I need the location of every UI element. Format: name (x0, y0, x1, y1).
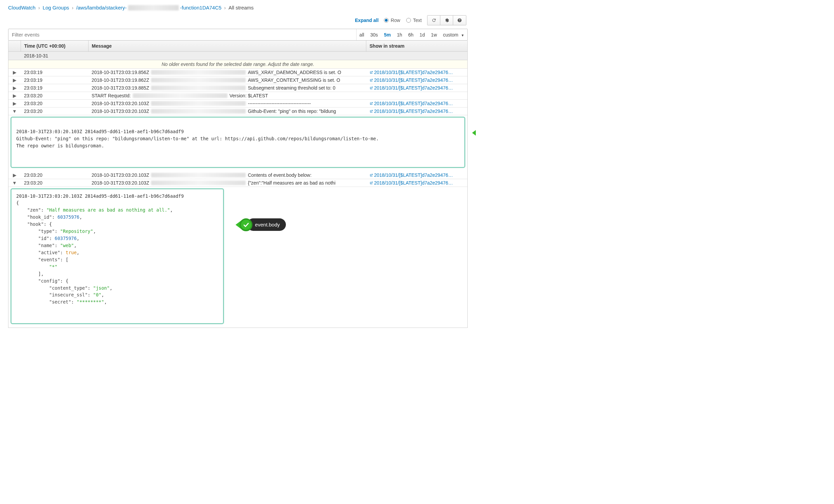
event-time: 23:03:20 (21, 108, 88, 115)
time-range-all[interactable]: all (356, 29, 367, 40)
event-ts: 2018-10-31T23:03:20.103Z (92, 101, 149, 106)
event-ts: 2018-10-31T23:03:19.856Z (92, 70, 149, 75)
event-ts: 2018-10-31T23:03:19.885Z (92, 85, 149, 91)
annotation-callout: event.body (236, 218, 286, 231)
expand-toggle[interactable]: ▶ (8, 69, 21, 76)
time-range-1w[interactable]: 1w (428, 29, 440, 40)
show-in-stream-link[interactable]: 2018/10/31/[$LATEST]d7a2e29476… (369, 78, 453, 83)
redacted-segment (151, 86, 246, 90)
no-older-text: No older events found for the selected d… (8, 60, 467, 69)
event-stream-cell: 2018/10/31/[$LATEST]d7a2e29476… (366, 171, 467, 179)
event-tail: Version: $LATEST (229, 93, 268, 98)
external-link-icon (369, 86, 373, 90)
event-stream-cell (366, 92, 467, 100)
crumb-all-streams: All streams (228, 5, 254, 10)
callout-label: event.body (247, 218, 286, 231)
redacted-segment (128, 5, 179, 10)
crumb-cloudwatch[interactable]: CloudWatch (8, 5, 36, 10)
breadcrumb-sep: › (224, 5, 226, 10)
event-message: 2018-10-31T23:03:20.103ZGithub-Event: "p… (88, 108, 366, 115)
breadcrumb-sep: › (38, 5, 40, 10)
log-event-row[interactable]: ▶23:03:192018-10-31T23:03:19.856ZAWS_XRA… (8, 69, 467, 76)
view-toolbar: Expand all Row Text (8, 15, 468, 25)
radio-row[interactable]: Row (384, 18, 400, 23)
event-stream-cell: 2018/10/31/[$LATEST]d7a2e29476… (366, 76, 467, 84)
event-message: 2018-10-31T23:03:20.103Z{"zen":"Half mea… (88, 179, 366, 187)
crumb-log-groups[interactable]: Log Groups (43, 5, 69, 10)
event-stream-cell: 2018/10/31/[$LATEST]d7a2e29476… (366, 108, 467, 115)
event-message: 2018-10-31T23:03:20.103Z----------------… (88, 100, 366, 108)
event-time: 23:03:20 (21, 92, 88, 100)
crumb-lambda-prefix[interactable]: /aws/lambda/stackery- (76, 5, 127, 10)
log-table-wrapper: Time (UTC +00:00) Message Show in stream… (8, 41, 468, 328)
settings-button[interactable] (440, 16, 453, 25)
annotation-callout: Our console.log()! (472, 126, 476, 139)
event-ts: 2018-10-31T23:03:19.862Z (92, 78, 149, 83)
event-message: 2018-10-31T23:03:20.103ZContents of even… (88, 171, 366, 179)
log-event-row[interactable]: ▶23:03:202018-10-31T23:03:20.103Z-------… (8, 100, 467, 108)
event-time: 23:03:19 (21, 69, 88, 76)
help-icon (457, 18, 462, 23)
toolbar-icon-buttons (427, 15, 466, 25)
radio-dot-on-icon (384, 18, 389, 23)
log-event-row[interactable]: ▼23:03:202018-10-31T23:03:20.103Z{"zen":… (8, 179, 467, 187)
time-range-1h[interactable]: 1h (394, 29, 405, 40)
event-message: 2018-10-31T23:03:19.862ZAWS_XRAY_CONTEXT… (88, 76, 366, 84)
show-in-stream-link[interactable]: 2018/10/31/[$LATEST]d7a2e29476… (369, 109, 453, 114)
help-button[interactable] (453, 16, 466, 25)
col-header-stream[interactable]: Show in stream (366, 41, 467, 52)
event-tail: AWS_XRAY_CONTEXT_MISSING is set. O (248, 78, 340, 83)
expand-toggle[interactable]: ▶ (8, 171, 21, 179)
time-range-6h[interactable]: 6h (405, 29, 417, 40)
check-circle-icon (240, 218, 253, 231)
radio-row-label: Row (391, 18, 400, 23)
col-header-expand (8, 41, 21, 52)
expand-toggle[interactable]: ▼ (8, 108, 21, 115)
expand-toggle[interactable]: ▶ (8, 84, 21, 92)
expand-toggle[interactable]: ▶ (8, 100, 21, 108)
redacted-segment (151, 109, 246, 114)
event-time: 23:03:20 (21, 100, 88, 108)
event-message: START RequestId:Version: $LATEST (88, 92, 366, 100)
time-range-picker: all 30s 5m 1h 6h 1d 1w custom ▼ (356, 29, 467, 40)
radio-text[interactable]: Text (406, 18, 422, 23)
crumb-lambda-name[interactable]: /aws/lambda/stackery- -function1DA74C5 (76, 5, 222, 10)
log-event-row[interactable]: ▼23:03:202018-10-31T23:03:20.103ZGithub-… (8, 108, 467, 115)
time-range-1d[interactable]: 1d (417, 29, 428, 40)
event-time: 23:03:20 (21, 171, 88, 179)
show-in-stream-link[interactable]: 2018/10/31/[$LATEST]d7a2e29476… (369, 85, 453, 91)
expand-toggle[interactable]: ▶ (8, 92, 21, 100)
event-tail: Subsegment streaming threshold set to: 0 (248, 85, 335, 91)
event-tail: AWS_XRAY_DAEMON_ADDRESS is set. O (248, 70, 341, 75)
expand-toggle[interactable]: ▶ (8, 76, 21, 84)
crumb-lambda-suffix[interactable]: -function1DA74C5 (180, 5, 222, 10)
col-header-message[interactable]: Message (88, 41, 366, 52)
external-link-icon (369, 71, 373, 74)
filter-events-input[interactable] (8, 29, 356, 40)
expand-all-link[interactable]: Expand all (355, 18, 378, 23)
log-event-row[interactable]: ▶23:03:20START RequestId:Version: $LATES… (8, 92, 467, 100)
show-in-stream-link[interactable]: 2018/10/31/[$LATEST]d7a2e29476… (369, 70, 453, 75)
show-in-stream-link[interactable]: 2018/10/31/[$LATEST]d7a2e29476… (369, 172, 453, 178)
show-in-stream-link[interactable]: 2018/10/31/[$LATEST]d7a2e29476… (369, 101, 453, 106)
refresh-button[interactable] (427, 16, 440, 25)
expand-toggle[interactable]: ▼ (8, 179, 21, 187)
redacted-segment (151, 70, 246, 75)
date-group-header: 2018-10-31 (8, 52, 467, 60)
expanded-log-row: 2018-10-31T23:03:20.103Z 2814ad95-dd61-1… (8, 115, 467, 171)
time-range-custom[interactable]: custom ▼ (440, 29, 467, 40)
external-link-icon (369, 102, 373, 106)
log-event-row[interactable]: ▶23:03:192018-10-31T23:03:19.862ZAWS_XRA… (8, 76, 467, 84)
log-event-row[interactable]: ▶23:03:202018-10-31T23:03:20.103ZContent… (8, 171, 467, 179)
time-range-5m[interactable]: 5m (381, 29, 394, 40)
time-range-30s[interactable]: 30s (367, 29, 381, 40)
event-message: 2018-10-31T23:03:19.885ZSubsegment strea… (88, 84, 366, 92)
highlighted-log-panel: 2018-10-31T23:03:20.103Z 2814ad95-dd61-1… (10, 117, 465, 168)
col-header-time[interactable]: Time (UTC +00:00) (21, 41, 88, 52)
event-stream-cell: 2018/10/31/[$LATEST]d7a2e29476… (366, 179, 467, 187)
event-tail: ---------------------------------------- (248, 101, 311, 106)
event-tail: {"zen":"Half measures are as bad as noth… (248, 180, 335, 185)
view-mode-radio-group: Row Text (384, 18, 422, 23)
show-in-stream-link[interactable]: 2018/10/31/[$LATEST]d7a2e29476… (369, 180, 453, 185)
log-event-row[interactable]: ▶23:03:192018-10-31T23:03:19.885ZSubsegm… (8, 84, 467, 92)
